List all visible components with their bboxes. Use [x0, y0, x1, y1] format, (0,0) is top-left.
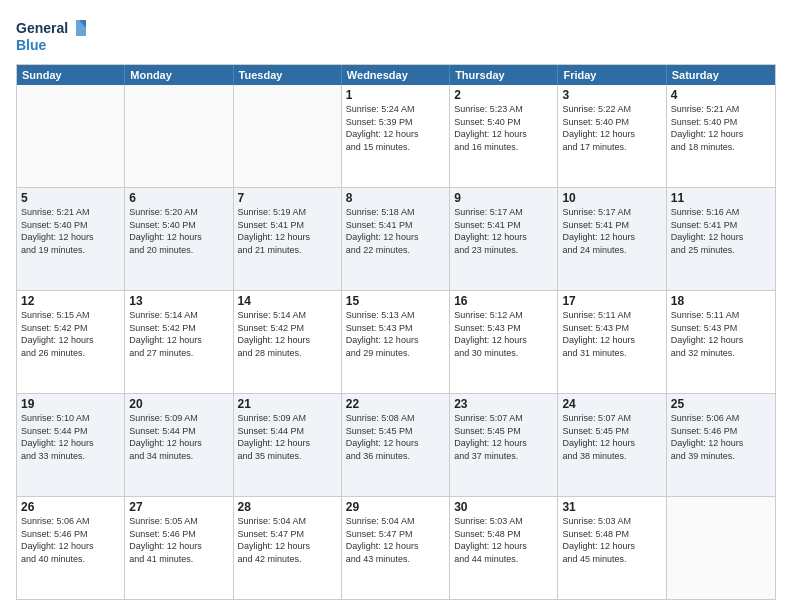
day-cell-21: 21Sunrise: 5:09 AMSunset: 5:44 PMDayligh…: [234, 394, 342, 496]
day-info-18: Sunrise: 5:11 AMSunset: 5:43 PMDaylight:…: [671, 309, 771, 359]
day-cell-15: 15Sunrise: 5:13 AMSunset: 5:43 PMDayligh…: [342, 291, 450, 393]
header-cell-sunday: Sunday: [17, 65, 125, 85]
day-number-8: 8: [346, 191, 445, 205]
day-number-1: 1: [346, 88, 445, 102]
day-number-17: 17: [562, 294, 661, 308]
empty-cell-4-6: [667, 497, 775, 599]
day-number-12: 12: [21, 294, 120, 308]
day-cell-9: 9Sunrise: 5:17 AMSunset: 5:41 PMDaylight…: [450, 188, 558, 290]
day-number-30: 30: [454, 500, 553, 514]
header-cell-thursday: Thursday: [450, 65, 558, 85]
header-cell-monday: Monday: [125, 65, 233, 85]
day-info-3: Sunrise: 5:22 AMSunset: 5:40 PMDaylight:…: [562, 103, 661, 153]
day-cell-7: 7Sunrise: 5:19 AMSunset: 5:41 PMDaylight…: [234, 188, 342, 290]
day-info-28: Sunrise: 5:04 AMSunset: 5:47 PMDaylight:…: [238, 515, 337, 565]
day-number-31: 31: [562, 500, 661, 514]
logo: General Blue: [16, 16, 86, 56]
day-info-29: Sunrise: 5:04 AMSunset: 5:47 PMDaylight:…: [346, 515, 445, 565]
day-cell-26: 26Sunrise: 5:06 AMSunset: 5:46 PMDayligh…: [17, 497, 125, 599]
day-info-19: Sunrise: 5:10 AMSunset: 5:44 PMDaylight:…: [21, 412, 120, 462]
day-info-20: Sunrise: 5:09 AMSunset: 5:44 PMDaylight:…: [129, 412, 228, 462]
cal-row-0: 1Sunrise: 5:24 AMSunset: 5:39 PMDaylight…: [17, 85, 775, 187]
day-number-27: 27: [129, 500, 228, 514]
day-number-20: 20: [129, 397, 228, 411]
day-info-21: Sunrise: 5:09 AMSunset: 5:44 PMDaylight:…: [238, 412, 337, 462]
day-cell-25: 25Sunrise: 5:06 AMSunset: 5:46 PMDayligh…: [667, 394, 775, 496]
empty-cell-0-0: [17, 85, 125, 187]
day-number-29: 29: [346, 500, 445, 514]
calendar: SundayMondayTuesdayWednesdayThursdayFrid…: [16, 64, 776, 600]
day-number-10: 10: [562, 191, 661, 205]
day-info-11: Sunrise: 5:16 AMSunset: 5:41 PMDaylight:…: [671, 206, 771, 256]
calendar-body: 1Sunrise: 5:24 AMSunset: 5:39 PMDaylight…: [17, 85, 775, 599]
day-info-13: Sunrise: 5:14 AMSunset: 5:42 PMDaylight:…: [129, 309, 228, 359]
day-number-25: 25: [671, 397, 771, 411]
empty-cell-0-1: [125, 85, 233, 187]
header-cell-saturday: Saturday: [667, 65, 775, 85]
cal-row-3: 19Sunrise: 5:10 AMSunset: 5:44 PMDayligh…: [17, 393, 775, 496]
day-cell-2: 2Sunrise: 5:23 AMSunset: 5:40 PMDaylight…: [450, 85, 558, 187]
day-number-22: 22: [346, 397, 445, 411]
day-number-11: 11: [671, 191, 771, 205]
day-cell-20: 20Sunrise: 5:09 AMSunset: 5:44 PMDayligh…: [125, 394, 233, 496]
day-cell-8: 8Sunrise: 5:18 AMSunset: 5:41 PMDaylight…: [342, 188, 450, 290]
day-info-17: Sunrise: 5:11 AMSunset: 5:43 PMDaylight:…: [562, 309, 661, 359]
day-number-15: 15: [346, 294, 445, 308]
day-number-5: 5: [21, 191, 120, 205]
day-info-2: Sunrise: 5:23 AMSunset: 5:40 PMDaylight:…: [454, 103, 553, 153]
day-info-30: Sunrise: 5:03 AMSunset: 5:48 PMDaylight:…: [454, 515, 553, 565]
day-cell-11: 11Sunrise: 5:16 AMSunset: 5:41 PMDayligh…: [667, 188, 775, 290]
day-info-31: Sunrise: 5:03 AMSunset: 5:48 PMDaylight:…: [562, 515, 661, 565]
cal-row-2: 12Sunrise: 5:15 AMSunset: 5:42 PMDayligh…: [17, 290, 775, 393]
header: General Blue: [16, 16, 776, 56]
day-number-26: 26: [21, 500, 120, 514]
day-info-27: Sunrise: 5:05 AMSunset: 5:46 PMDaylight:…: [129, 515, 228, 565]
day-number-23: 23: [454, 397, 553, 411]
day-info-1: Sunrise: 5:24 AMSunset: 5:39 PMDaylight:…: [346, 103, 445, 153]
page: General Blue SundayMondayTuesdayWednesda…: [0, 0, 792, 612]
day-number-19: 19: [21, 397, 120, 411]
day-number-16: 16: [454, 294, 553, 308]
day-cell-29: 29Sunrise: 5:04 AMSunset: 5:47 PMDayligh…: [342, 497, 450, 599]
svg-text:Blue: Blue: [16, 37, 47, 53]
day-cell-14: 14Sunrise: 5:14 AMSunset: 5:42 PMDayligh…: [234, 291, 342, 393]
day-info-4: Sunrise: 5:21 AMSunset: 5:40 PMDaylight:…: [671, 103, 771, 153]
logo-svg: General Blue: [16, 16, 86, 56]
day-info-14: Sunrise: 5:14 AMSunset: 5:42 PMDaylight:…: [238, 309, 337, 359]
day-number-28: 28: [238, 500, 337, 514]
day-info-22: Sunrise: 5:08 AMSunset: 5:45 PMDaylight:…: [346, 412, 445, 462]
day-info-12: Sunrise: 5:15 AMSunset: 5:42 PMDaylight:…: [21, 309, 120, 359]
day-number-7: 7: [238, 191, 337, 205]
day-number-24: 24: [562, 397, 661, 411]
day-cell-6: 6Sunrise: 5:20 AMSunset: 5:40 PMDaylight…: [125, 188, 233, 290]
day-info-23: Sunrise: 5:07 AMSunset: 5:45 PMDaylight:…: [454, 412, 553, 462]
cal-row-4: 26Sunrise: 5:06 AMSunset: 5:46 PMDayligh…: [17, 496, 775, 599]
day-info-10: Sunrise: 5:17 AMSunset: 5:41 PMDaylight:…: [562, 206, 661, 256]
day-cell-5: 5Sunrise: 5:21 AMSunset: 5:40 PMDaylight…: [17, 188, 125, 290]
day-info-9: Sunrise: 5:17 AMSunset: 5:41 PMDaylight:…: [454, 206, 553, 256]
day-number-4: 4: [671, 88, 771, 102]
header-cell-tuesday: Tuesday: [234, 65, 342, 85]
day-cell-4: 4Sunrise: 5:21 AMSunset: 5:40 PMDaylight…: [667, 85, 775, 187]
day-info-8: Sunrise: 5:18 AMSunset: 5:41 PMDaylight:…: [346, 206, 445, 256]
day-cell-1: 1Sunrise: 5:24 AMSunset: 5:39 PMDaylight…: [342, 85, 450, 187]
empty-cell-0-2: [234, 85, 342, 187]
day-cell-17: 17Sunrise: 5:11 AMSunset: 5:43 PMDayligh…: [558, 291, 666, 393]
day-cell-3: 3Sunrise: 5:22 AMSunset: 5:40 PMDaylight…: [558, 85, 666, 187]
day-info-15: Sunrise: 5:13 AMSunset: 5:43 PMDaylight:…: [346, 309, 445, 359]
day-number-3: 3: [562, 88, 661, 102]
day-info-6: Sunrise: 5:20 AMSunset: 5:40 PMDaylight:…: [129, 206, 228, 256]
day-info-24: Sunrise: 5:07 AMSunset: 5:45 PMDaylight:…: [562, 412, 661, 462]
day-cell-10: 10Sunrise: 5:17 AMSunset: 5:41 PMDayligh…: [558, 188, 666, 290]
cal-row-1: 5Sunrise: 5:21 AMSunset: 5:40 PMDaylight…: [17, 187, 775, 290]
day-info-16: Sunrise: 5:12 AMSunset: 5:43 PMDaylight:…: [454, 309, 553, 359]
day-cell-16: 16Sunrise: 5:12 AMSunset: 5:43 PMDayligh…: [450, 291, 558, 393]
day-cell-28: 28Sunrise: 5:04 AMSunset: 5:47 PMDayligh…: [234, 497, 342, 599]
day-cell-30: 30Sunrise: 5:03 AMSunset: 5:48 PMDayligh…: [450, 497, 558, 599]
header-cell-wednesday: Wednesday: [342, 65, 450, 85]
day-number-14: 14: [238, 294, 337, 308]
day-info-25: Sunrise: 5:06 AMSunset: 5:46 PMDaylight:…: [671, 412, 771, 462]
day-number-9: 9: [454, 191, 553, 205]
day-info-7: Sunrise: 5:19 AMSunset: 5:41 PMDaylight:…: [238, 206, 337, 256]
day-cell-18: 18Sunrise: 5:11 AMSunset: 5:43 PMDayligh…: [667, 291, 775, 393]
